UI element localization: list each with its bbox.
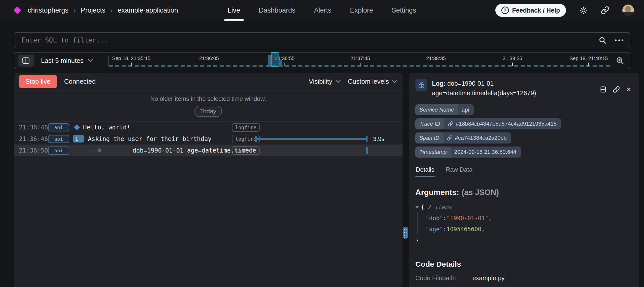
chevron-down-icon[interactable] bbox=[415, 206, 419, 208]
pill-value: api bbox=[458, 104, 473, 115]
timeline-tick-mark bbox=[209, 63, 209, 66]
service-badge[interactable]: api bbox=[48, 147, 69, 155]
breadcrumb-project[interactable]: example-application bbox=[118, 7, 178, 14]
pill-label: Service Name bbox=[415, 104, 458, 115]
chevron-down-icon bbox=[335, 80, 341, 83]
split-view-icon[interactable] bbox=[600, 86, 607, 93]
log-message: Asking the user for their birthday bbox=[88, 135, 212, 142]
theme-toggle-icon[interactable] bbox=[579, 6, 588, 15]
logfire-tag[interactable]: logfire bbox=[232, 146, 260, 155]
service-badge[interactable]: api bbox=[48, 135, 69, 143]
json-entry: "dob": "1990-01-01", bbox=[426, 213, 631, 224]
log-row-selected[interactable]: 21:36:50 api dob=1990-01-01 age=datetime… bbox=[14, 145, 403, 156]
search-icon[interactable] bbox=[598, 36, 607, 44]
chevron-right-icon: › bbox=[73, 7, 76, 14]
empty-message: No older items in the selected time wind… bbox=[150, 95, 266, 102]
sidebar-toggle-button[interactable] bbox=[18, 55, 34, 67]
tab-alerts[interactable]: Alerts bbox=[314, 0, 331, 21]
log-time: 21:36:50 bbox=[14, 147, 42, 154]
timeline-strip[interactable]: Sep 18, 21:35:15 21:36:05 21:36:55 21:37… bbox=[109, 53, 612, 69]
custom-levels-dropdown[interactable]: Custom levels bbox=[348, 78, 397, 85]
panel-splitter-handle[interactable] bbox=[403, 227, 408, 238]
pill-label: Span ID bbox=[415, 132, 444, 144]
json-close-line: } bbox=[415, 235, 631, 246]
main-nav-tabs: Live Dashboards Alerts Explore Settings bbox=[228, 0, 416, 21]
timeline-tick-mark bbox=[360, 63, 360, 66]
close-icon[interactable]: ✕ bbox=[626, 86, 631, 93]
connection-status: Connected bbox=[64, 78, 96, 85]
timeline-tick-mark bbox=[285, 63, 285, 66]
link-icon bbox=[448, 121, 453, 127]
tree-elbow-connector bbox=[87, 144, 96, 151]
log-details-panel: Log: dob=1990-01-01 age=datetime.timedel… bbox=[409, 73, 639, 287]
time-range-dropdown[interactable]: Last 5 minutes bbox=[41, 57, 94, 65]
logfire-app: christophergs › Projects › example-appli… bbox=[0, 0, 644, 287]
log-time: 21:36:46 bbox=[14, 124, 42, 131]
user-avatar[interactable] bbox=[622, 5, 634, 16]
breadcrumb-projects[interactable]: Projects bbox=[81, 7, 105, 14]
json-open-line: { 2 items bbox=[415, 202, 631, 213]
logfire-logo-icon[interactable] bbox=[13, 6, 21, 14]
question-circle-icon: ? bbox=[501, 7, 509, 14]
collapse-children-badge[interactable]: 1− bbox=[73, 135, 84, 142]
json-open-brace: { bbox=[421, 204, 424, 210]
stop-live-button[interactable]: Stop live bbox=[19, 75, 57, 88]
timeline-tick-mark bbox=[588, 63, 589, 66]
zoom-in-icon[interactable] bbox=[616, 56, 624, 65]
permalink-icon[interactable] bbox=[613, 86, 620, 93]
details-header-icons: ✕ bbox=[600, 81, 631, 98]
service-name-pill: Service Name api bbox=[415, 104, 474, 115]
tab-raw-data[interactable]: Raw Data bbox=[445, 166, 473, 177]
log-row[interactable]: 21:36:46 api 1− Asking the user for thei… bbox=[14, 133, 403, 145]
histogram-bar[interactable] bbox=[279, 60, 282, 67]
logfire-tag[interactable]: logfire bbox=[232, 123, 260, 132]
navbar-right-controls: ? Feedback / Help bbox=[495, 4, 634, 17]
details-title-prefix: Log: bbox=[432, 80, 446, 87]
more-options-icon[interactable] bbox=[615, 39, 623, 41]
arguments-heading: Arguments:(as JSON) bbox=[415, 188, 631, 197]
breadcrumb: christophergs › Projects › example-appli… bbox=[28, 7, 178, 14]
service-badge[interactable]: api bbox=[48, 123, 69, 131]
histogram-bar-selected[interactable] bbox=[271, 52, 278, 67]
chevron-down-icon bbox=[88, 59, 94, 63]
log-position-tick bbox=[366, 147, 368, 154]
timeline-bar: Last 5 minutes Sep 18, 21:35:15 21:36:05… bbox=[14, 52, 630, 69]
pill-label: Trace ID bbox=[415, 118, 444, 129]
json-body: "dob": "1990-01-01", "age": 1095465600, bbox=[417, 213, 631, 235]
trace-id-pill[interactable]: Trace ID #18b84cb4847b5d574c4ad9121935a4… bbox=[415, 118, 561, 129]
log-diamond-icon bbox=[97, 148, 102, 153]
sql-filter-bar bbox=[14, 32, 630, 48]
tab-explore[interactable]: Explore bbox=[350, 0, 373, 21]
tab-details[interactable]: Details bbox=[415, 166, 435, 177]
histogram-bar[interactable] bbox=[268, 55, 272, 67]
code-filepath-label: Code Filepath: bbox=[415, 274, 471, 282]
feedback-help-label: Feedback / Help bbox=[512, 7, 560, 14]
tab-live[interactable]: Live bbox=[228, 0, 240, 21]
details-header: Log: dob=1990-01-01 age=datetime.timedel… bbox=[415, 79, 631, 98]
time-range-label: Last 5 minutes bbox=[41, 57, 84, 65]
log-row[interactable]: 21:36:46 api Hello, world! logfire bbox=[14, 122, 403, 133]
sql-filter-input[interactable] bbox=[21, 36, 598, 44]
top-navbar: christophergs › Projects › example-appli… bbox=[0, 0, 644, 21]
code-filepath-value: example.py bbox=[472, 274, 505, 281]
today-button[interactable]: Today bbox=[194, 106, 222, 117]
timeline-tick-mark bbox=[131, 63, 132, 66]
details-title-line2: age=datetime.timedelta(days=12679) bbox=[432, 88, 595, 98]
breadcrumb-org[interactable]: christophergs bbox=[28, 7, 68, 14]
feedback-help-button[interactable]: ? Feedback / Help bbox=[495, 4, 566, 17]
tab-dashboards[interactable]: Dashboards bbox=[259, 0, 296, 21]
json-entry: "age": 1095465600, bbox=[426, 224, 631, 235]
span-id-pill[interactable]: Span ID #ca741384ca2a20bb bbox=[415, 132, 511, 144]
link-icon bbox=[447, 135, 453, 141]
visibility-dropdown[interactable]: Visibility bbox=[309, 78, 341, 85]
pill-value: 2024-09-18 21:36:50.644 bbox=[451, 147, 521, 158]
details-title-line1: dob=1990-01-01 bbox=[447, 80, 494, 87]
trace-id-value: #18b84cb4847b5d574c4ad9121935a415 bbox=[456, 121, 557, 127]
share-link-icon[interactable] bbox=[601, 6, 609, 15]
details-tabs: Details Raw Data bbox=[415, 166, 631, 177]
timeline-tick-label: 21:39:25 bbox=[503, 56, 522, 61]
json-string-value: "1990-01-01", bbox=[447, 215, 492, 221]
tab-settings[interactable]: Settings bbox=[392, 0, 416, 21]
arguments-json-viewer: { 2 items "dob": "1990-01-01", "age": 10… bbox=[415, 202, 631, 246]
timeline-tick-label: 21:36:05 bbox=[199, 56, 219, 61]
